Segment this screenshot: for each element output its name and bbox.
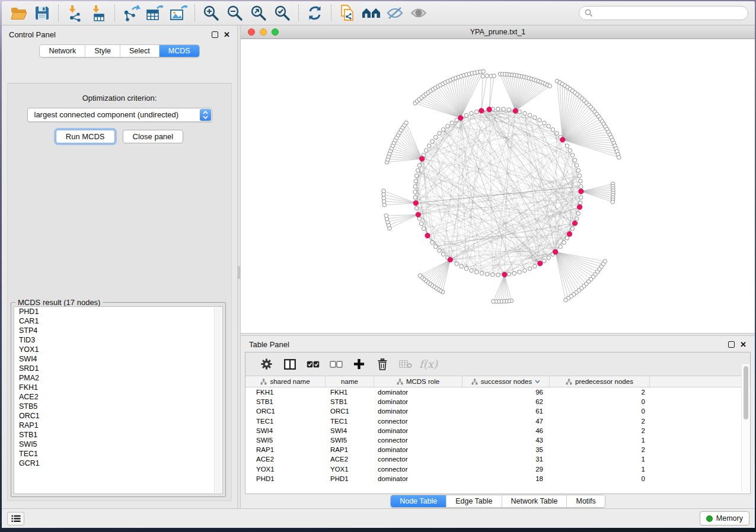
show-all-icon[interactable] (407, 3, 430, 23)
zoom-in-icon[interactable] (199, 3, 223, 23)
column-header-name[interactable]: name (326, 376, 374, 387)
table-row[interactable]: TEC1TEC1connector472 (245, 416, 750, 426)
column-header-MCDS-role[interactable]: MCDS role (374, 376, 462, 387)
run-mcds-button[interactable]: Run MCDS (56, 130, 115, 143)
result-node-item[interactable]: GCR1 (14, 459, 222, 468)
float-table-panel-icon[interactable] (728, 341, 735, 348)
dominator-node[interactable] (425, 233, 430, 238)
table-row[interactable]: STB1STB1dominator620 (245, 397, 750, 406)
result-node-item[interactable]: TEC1 (14, 449, 222, 459)
dominator-node[interactable] (413, 201, 418, 206)
table-row[interactable]: YOX1YOX1connector291 (245, 464, 750, 474)
tab-select[interactable]: Select (120, 45, 159, 57)
table-row[interactable]: RAP1RAP1dominator352 (245, 445, 750, 454)
dominator-node[interactable] (572, 221, 577, 226)
result-node-item[interactable]: STB1 (14, 430, 222, 440)
column-header-successor-nodes[interactable]: successor nodes (462, 376, 550, 387)
result-node-item[interactable]: SWI4 (14, 354, 222, 364)
select-all-rows-icon[interactable] (301, 355, 324, 374)
window-zoom-icon[interactable] (272, 28, 279, 36)
window-minimize-icon[interactable] (260, 28, 267, 36)
memory-button[interactable]: Memory (700, 511, 749, 525)
export-network-icon[interactable] (119, 3, 143, 23)
zoom-fit-icon[interactable] (247, 3, 270, 23)
refresh-layout-icon[interactable] (303, 3, 327, 23)
table-tab-network-table[interactable]: Network Table (502, 495, 567, 507)
dominator-node[interactable] (538, 261, 543, 266)
network-window-titlebar[interactable]: YPA_prune.txt_1 (241, 25, 755, 39)
import-network-icon[interactable] (63, 3, 87, 23)
table-scrollbar[interactable] (741, 364, 749, 492)
table-row[interactable]: FKH1FKH1dominator962 (245, 387, 750, 397)
network-graph[interactable] (241, 39, 754, 333)
table-tab-node-table[interactable]: Node Table (391, 495, 446, 507)
table-row[interactable]: ACE2ACE2connector311 (245, 454, 750, 464)
tab-mcds[interactable]: MCDS (159, 45, 199, 57)
table-row[interactable]: SWI4SWI4dominator462 (245, 426, 750, 435)
delete-table-icon[interactable] (394, 355, 417, 374)
result-node-item[interactable]: YOX1 (14, 345, 222, 354)
result-node-item[interactable]: SRD1 (14, 364, 222, 373)
tab-network[interactable]: Network (40, 45, 85, 57)
result-node-item[interactable]: STP4 (14, 326, 222, 335)
open-file-icon[interactable] (7, 3, 30, 23)
result-node-item[interactable]: FKH1 (14, 383, 222, 392)
float-panel-icon[interactable] (212, 31, 218, 38)
result-list-scrollbar[interactable] (214, 307, 222, 493)
split-columns-icon[interactable] (278, 355, 301, 374)
dominator-node[interactable] (420, 156, 425, 161)
network-canvas[interactable] (241, 39, 755, 333)
column-header-predecessor-nodes[interactable]: predecessor nodes (550, 376, 650, 387)
result-node-item[interactable]: CAR1 (14, 316, 222, 326)
function-builder-icon[interactable]: f(x) (417, 355, 440, 374)
dominator-node[interactable] (560, 137, 565, 142)
dominator-node[interactable] (416, 212, 420, 217)
copy-network-icon[interactable] (336, 3, 359, 23)
dominator-node[interactable] (567, 232, 572, 236)
import-table-icon[interactable] (87, 3, 110, 23)
result-node-item[interactable]: STB5 (14, 402, 222, 411)
sort-descending-icon[interactable] (535, 380, 540, 383)
add-column-icon[interactable] (347, 355, 371, 374)
tab-style[interactable]: Style (85, 45, 120, 57)
search-input[interactable] (596, 9, 742, 17)
delete-column-icon[interactable] (371, 355, 394, 374)
dominator-node[interactable] (579, 189, 583, 194)
splitter-grip[interactable] (238, 266, 240, 279)
close-table-panel-icon[interactable]: ✕ (740, 341, 747, 348)
dominator-node[interactable] (448, 257, 452, 262)
hide-selected-icon[interactable] (383, 3, 407, 23)
result-node-item[interactable]: ACE2 (14, 392, 222, 402)
window-close-icon[interactable] (248, 28, 255, 36)
table-scrollbar-thumb[interactable] (744, 366, 748, 419)
dominator-node[interactable] (577, 204, 582, 209)
table-row[interactable]: ORC1ORC1dominator610 (245, 406, 750, 416)
result-node-item[interactable]: TID3 (14, 335, 222, 345)
save-session-icon[interactable] (30, 3, 54, 23)
dominator-node[interactable] (513, 108, 518, 113)
table-row[interactable]: PHD1PHD1dominator180 (245, 474, 750, 483)
zoom-out-icon[interactable] (223, 3, 247, 23)
table-settings-icon[interactable] (255, 355, 278, 374)
result-node-item[interactable]: ORC1 (14, 411, 222, 421)
result-node-item[interactable]: SWI5 (14, 440, 222, 449)
result-node-item[interactable]: PHD1 (14, 307, 222, 316)
export-table-icon[interactable] (143, 3, 167, 23)
dominator-node[interactable] (487, 107, 492, 112)
export-image-icon[interactable] (167, 3, 190, 23)
table-tab-edge-table[interactable]: Edge Table (446, 495, 501, 507)
result-node-item[interactable]: PMA2 (14, 373, 222, 383)
dominator-node[interactable] (479, 108, 484, 113)
dominator-node[interactable] (553, 249, 558, 254)
result-node-item[interactable]: RAP1 (14, 421, 222, 430)
task-history-button[interactable] (7, 512, 24, 525)
close-panel-icon[interactable]: ✕ (224, 31, 230, 38)
table-tab-motifs[interactable]: Motifs (566, 495, 604, 507)
column-header-shared-name[interactable]: shared name (245, 376, 326, 387)
deselect-all-rows-icon[interactable] (324, 355, 347, 374)
close-panel-button[interactable]: Close panel (123, 130, 184, 143)
first-neighbors-icon[interactable] (359, 3, 383, 23)
zoom-selected-icon[interactable] (270, 3, 294, 23)
mcds-result-list[interactable]: PHD1CAR1STP4TID3YOX1SWI4SRD1PMA2FKH1ACE2… (14, 306, 223, 494)
network-search-box[interactable] (579, 6, 748, 20)
